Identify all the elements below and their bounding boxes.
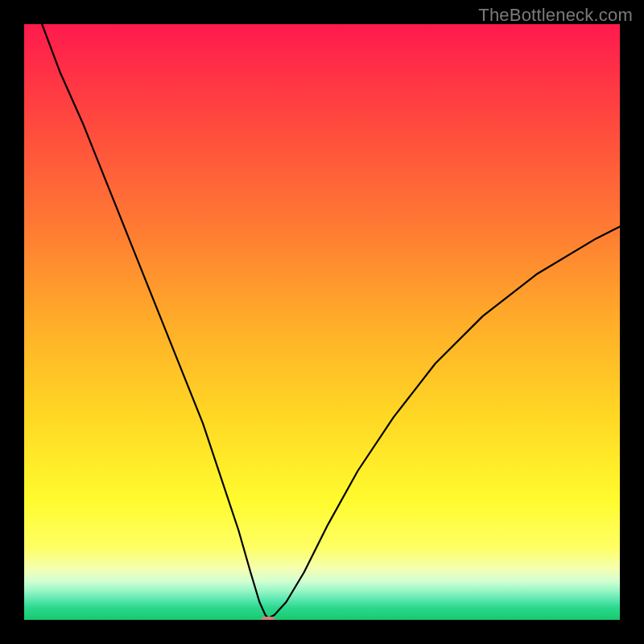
watermark-text: TheBottleneck.com [478,5,633,26]
optimum-marker [261,617,275,620]
chart-frame: TheBottleneck.com [0,0,644,644]
plot-area [24,24,620,620]
bottleneck-curve [24,24,620,620]
